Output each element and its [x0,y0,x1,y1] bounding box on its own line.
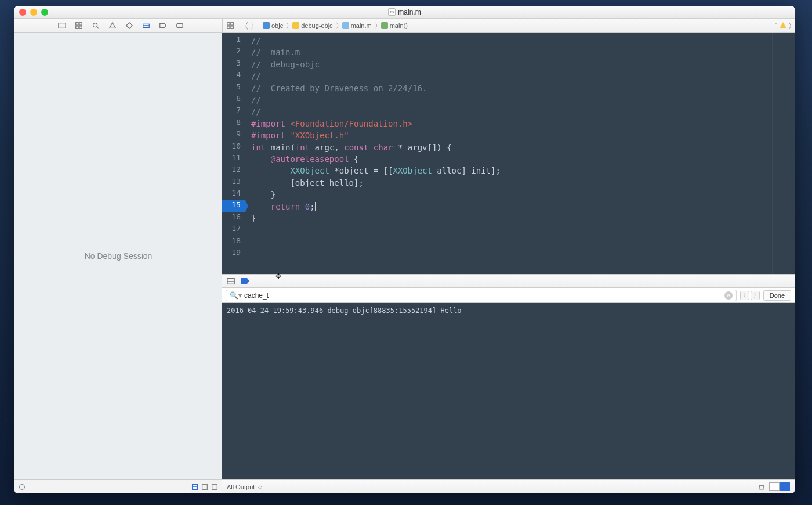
gutter-line[interactable]: 17 [222,224,245,236]
minimize-window-button[interactable] [30,9,37,16]
drag-handle-icon[interactable]: ✥ [276,272,281,280]
gutter-line[interactable]: 5 [222,82,245,94]
console-search-bar: 🔍▾ cache_t ✕ 〈 〉 Done [222,288,795,303]
search-next-button[interactable]: 〉 [751,291,760,300]
code-line[interactable]: int main(int argc, const char * argv[]) … [251,142,795,153]
traffic-lights [19,9,48,16]
svg-line-6 [97,26,99,28]
filter-button-1[interactable] [191,483,199,491]
gutter-line[interactable]: 3 [222,59,245,70]
console-bottom-bar: All Output ◇ [222,479,795,493]
code-line[interactable]: // [251,106,795,117]
svg-rect-3 [76,26,78,28]
search-input[interactable]: cache_t [244,291,722,300]
warning-badge[interactable]: 1 [775,22,786,28]
file-m-icon [342,22,349,29]
issue-nav-icon[interactable] [108,21,117,30]
gutter-line[interactable]: 2 [222,46,245,58]
console-pane-button[interactable] [780,482,790,491]
next-issue-button[interactable]: 〉 [789,21,791,30]
filter-button-3[interactable] [211,483,219,491]
gutter-line[interactable]: 16 [222,212,245,224]
code-line[interactable]: // [251,94,795,106]
code-editor[interactable]: 12345678910111213141516171819 //// main.… [222,33,795,274]
breakpoint-nav-icon[interactable] [159,21,168,30]
test-nav-icon[interactable] [125,21,134,30]
code-line[interactable]: #import "XXObject.h" [251,129,795,141]
code-line[interactable]: // [251,35,795,46]
done-button[interactable]: Done [763,290,791,301]
gutter-line[interactable]: 9 [222,129,245,141]
related-items-icon[interactable] [226,21,235,30]
svg-rect-18 [212,484,217,489]
code-line[interactable]: // Created by Draveness on 2/24/16. [251,82,795,94]
svg-rect-9 [177,23,183,27]
function-icon [381,22,388,29]
gutter-line[interactable]: 18 [222,236,245,248]
output-filter-label[interactable]: All Output [227,484,255,490]
gutter-line[interactable]: 14 [222,189,245,200]
gutter-line[interactable]: 13 [222,177,245,189]
xcode-window: m main.m 〈 〉 objc 〉 debug-objc 〉 main.m [14,6,795,493]
close-window-button[interactable] [19,9,26,16]
code-area[interactable]: //// main.m// debug-objc//// Created by … [245,33,795,274]
trash-icon[interactable] [757,483,766,491]
breadcrumb-item[interactable]: debug-objc [292,22,332,29]
debug-toolbar: ✥ [222,274,795,288]
code-line[interactable]: } [251,189,795,200]
nav-back-button[interactable]: 〈 [245,21,248,30]
breadcrumb-item[interactable]: main.m [342,22,372,29]
gutter-line[interactable]: 7 [222,106,245,117]
console-output[interactable]: 2016-04-24 19:59:43.946 debug-objc[88835… [222,303,795,479]
output-filter-chevron-icon[interactable]: ◇ [258,484,262,490]
hide-debug-icon[interactable] [227,277,235,284]
breakpoint-toggle-icon[interactable] [241,277,249,284]
gutter-line[interactable]: 15 [222,200,245,212]
console-line: 2016-04-24 19:59:43.946 debug-objc[88835… [227,306,790,315]
svg-rect-11 [231,22,233,24]
sidebar-filter-bar [14,479,222,493]
code-line[interactable]: // debug-objc [251,59,795,70]
folder-nav-icon[interactable] [58,21,67,30]
search-field-wrapper[interactable]: 🔍▾ cache_t ✕ [226,290,737,301]
code-line[interactable]: // main.m [251,46,795,58]
code-line[interactable]: // [251,70,795,82]
code-line[interactable]: return 0; [251,201,795,212]
titlebar: m main.m [14,6,795,19]
svg-rect-4 [79,26,82,28]
code-line[interactable]: #import <Foundation/Foundation.h> [251,118,795,129]
code-line[interactable]: XXObject *object = [[XXObject alloc] ini… [251,165,795,176]
gutter-line[interactable]: 6 [222,94,245,106]
gutter-line[interactable]: 1 [222,35,245,46]
variables-pane-button[interactable] [769,482,780,491]
gutter-line[interactable]: 12 [222,165,245,176]
svg-rect-10 [227,22,230,24]
svg-point-14 [20,484,25,489]
gutter-line[interactable]: 10 [222,142,245,153]
gutter[interactable]: 12345678910111213141516171819 [222,33,245,274]
symbol-nav-icon[interactable] [75,21,84,30]
zoom-window-button[interactable] [41,9,48,16]
breadcrumb-item[interactable]: objc [263,22,283,29]
filter-button-2[interactable] [201,483,209,491]
code-line[interactable]: @autoreleasepool { [251,153,795,165]
breadcrumb-item[interactable]: main() [381,22,408,29]
code-line[interactable]: } [251,212,795,224]
clear-search-icon[interactable]: ✕ [724,291,733,300]
code-line[interactable]: [object hello]; [251,177,795,189]
pane-toggle [769,482,790,491]
title-filename: main.m [398,8,420,16]
search-nav: 〈 〉 [740,291,760,300]
gutter-line[interactable]: 19 [222,248,245,259]
toolbar-row: 〈 〉 objc 〉 debug-objc 〉 main.m 〉 main() … [14,19,795,33]
nav-forward-button[interactable]: 〉 [251,21,253,30]
filter-icon[interactable] [18,483,26,491]
gutter-line[interactable]: 4 [222,70,245,82]
gutter-line[interactable]: 8 [222,118,245,129]
debug-nav-icon[interactable] [142,21,151,30]
report-nav-icon[interactable] [176,21,184,30]
search-prev-button[interactable]: 〈 [740,291,749,300]
search-nav-icon[interactable] [92,21,100,30]
gutter-line[interactable]: 11 [222,153,245,165]
main-area: 12345678910111213141516171819 //// main.… [222,33,795,493]
